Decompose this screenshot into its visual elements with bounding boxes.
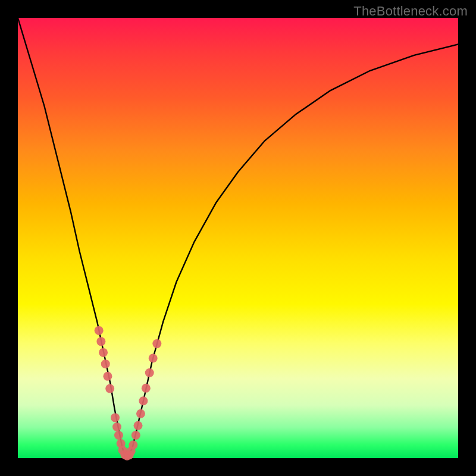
watermark-text: TheBottleneck.com [353,4,468,19]
plot-area [18,18,458,458]
